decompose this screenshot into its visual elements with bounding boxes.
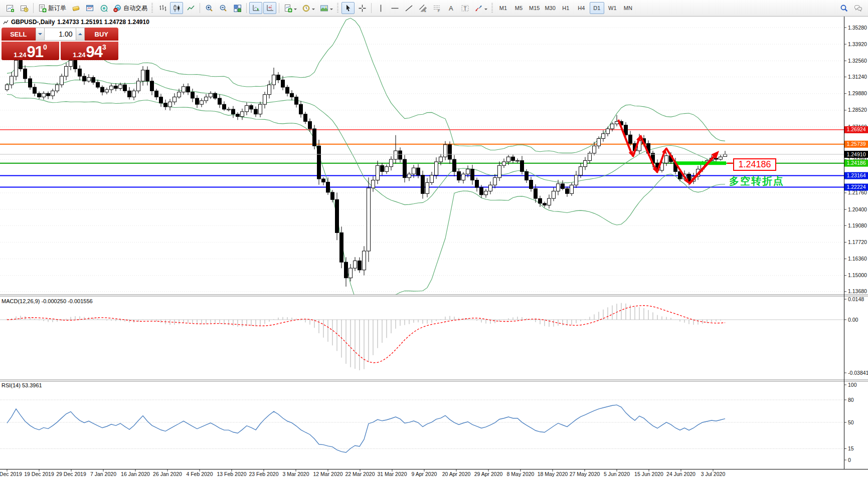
zoom-in-button[interactable] — [203, 2, 216, 14]
svg-text:1.17720: 1.17720 — [848, 239, 867, 245]
toolbar-grip[interactable] — [151, 3, 153, 13]
tab-timeframe-mn[interactable]: MN — [621, 2, 635, 14]
svg-text:1.22224: 1.22224 — [847, 184, 866, 190]
svg-text:100: 100 — [848, 382, 857, 388]
buy-price-prefix: 1.24 — [73, 51, 85, 59]
svg-text:1.26924: 1.26924 — [847, 126, 866, 132]
svg-text:0.00: 0.00 — [848, 317, 858, 323]
new-order-button[interactable]: 新订单 — [36, 2, 68, 14]
annotation-text[interactable]: 多空转折点 — [729, 174, 784, 188]
svg-text:1.13680: 1.13680 — [848, 288, 867, 294]
bar-chart-type-button[interactable] — [156, 2, 169, 14]
sell-price-prefix: 1.24 — [14, 51, 26, 59]
auto-scroll-button[interactable] — [249, 2, 262, 14]
text-label-tool-button[interactable]: T — [458, 2, 471, 14]
buy-price-display[interactable]: 1.24 94 3 — [61, 42, 118, 60]
equidistant-channel-tool-button[interactable]: E — [416, 2, 429, 14]
svg-text:18 May 2020: 18 May 2020 — [538, 471, 568, 477]
svg-text:1.32560: 1.32560 — [848, 58, 867, 64]
tab-timeframe-m5[interactable]: M5 — [511, 2, 526, 14]
tab-timeframe-h4[interactable]: H4 — [574, 2, 589, 14]
trendline-tool-button[interactable] — [402, 2, 415, 14]
svg-text:29 Dec 2019: 29 Dec 2019 — [56, 471, 86, 477]
svg-text:24 Jun 2020: 24 Jun 2020 — [666, 471, 696, 477]
svg-text:0: 0 — [848, 457, 851, 463]
svg-text:80: 80 — [848, 397, 854, 403]
svg-text:A: A — [449, 5, 453, 12]
tab-timeframe-m15[interactable]: M15 — [527, 2, 542, 14]
svg-text:3 Mar 2020: 3 Mar 2020 — [282, 471, 309, 477]
svg-text:10 Dec 2019: 10 Dec 2019 — [0, 471, 22, 477]
toolbar: 新订单 自动交易 — [0, 0, 868, 17]
autotrading-label: 自动交易 — [123, 4, 147, 13]
triangle-up-icon — [78, 31, 82, 35]
zoom-out-button[interactable] — [217, 2, 230, 14]
volume-input[interactable] — [45, 28, 76, 41]
svg-text:1.29880: 1.29880 — [848, 90, 867, 96]
svg-text:-0.038415: -0.038415 — [848, 370, 868, 376]
horizontal-line-tool-button[interactable] — [388, 2, 401, 14]
ohlc-values: 1.24733 1.25191 1.24728 1.24910 — [57, 19, 149, 26]
svg-text:E: E — [424, 9, 426, 12]
search-button[interactable] — [837, 2, 850, 14]
tick-chart-button[interactable] — [69, 2, 82, 14]
tile-windows-button[interactable] — [231, 2, 244, 14]
buy-price-big: 94 — [86, 46, 102, 59]
buy-price-pip: 3 — [102, 43, 106, 51]
chevron-down-icon — [484, 9, 487, 12]
toolbar-separator — [246, 3, 247, 13]
chat-button[interactable] — [851, 2, 864, 14]
toolbar-separator — [200, 3, 200, 13]
chart-shift-button[interactable] — [263, 2, 276, 14]
line-chart-type-button[interactable] — [184, 2, 197, 14]
svg-text:T: T — [463, 6, 466, 11]
vertical-line-tool-button[interactable] — [374, 2, 387, 14]
volume-decrease-button[interactable] — [36, 28, 45, 41]
tab-timeframe-h1[interactable]: H1 — [559, 2, 573, 14]
volume-increase-button[interactable] — [76, 28, 85, 41]
tab-timeframe-w1[interactable]: W1 — [605, 2, 620, 14]
toolbar-grip[interactable] — [337, 3, 338, 13]
toolbar-separator — [33, 3, 34, 13]
tab-timeframe-m1[interactable]: M1 — [496, 2, 510, 14]
sell-button[interactable]: SELL — [2, 28, 36, 41]
fibonacci-tool-button[interactable]: F — [430, 2, 443, 14]
tab-timeframe-m30[interactable]: M30 — [543, 2, 557, 14]
new-chart-button[interactable] — [4, 2, 17, 14]
sell-price-display[interactable]: 1.24 91 0 — [2, 42, 59, 60]
toolbar-grip[interactable] — [491, 3, 493, 13]
sell-price-big: 91 — [27, 46, 43, 59]
chart-canvas[interactable]: 1.352801.339201.325601.312401.298801.285… — [0, 0, 868, 477]
profiles-button[interactable] — [18, 2, 31, 14]
buy-button[interactable]: BUY — [85, 28, 119, 41]
svg-text:19 Dec 2019: 19 Dec 2019 — [24, 471, 54, 477]
svg-text:1.20400: 1.20400 — [848, 206, 867, 212]
svg-text:3 Jul 2020: 3 Jul 2020 — [701, 471, 726, 477]
chart-window-icon — [3, 20, 9, 25]
arrows-tool-button[interactable] — [472, 2, 489, 14]
cursor-tool-button[interactable] — [341, 2, 355, 14]
svg-text:13 Feb 2020: 13 Feb 2020 — [217, 471, 247, 477]
svg-text:8 May 2020: 8 May 2020 — [507, 471, 535, 477]
periods-dropdown-button[interactable] — [300, 2, 317, 14]
data-window-button[interactable] — [97, 2, 110, 14]
templates-dropdown-button[interactable] — [318, 2, 335, 14]
svg-text:1.28520: 1.28520 — [848, 107, 867, 113]
svg-text:1.33920: 1.33920 — [848, 41, 867, 47]
candlestick-chart-type-button[interactable] — [170, 2, 183, 14]
autotrading-button[interactable]: 自动交易 — [111, 2, 149, 14]
crosshair-tool-button[interactable] — [356, 2, 369, 14]
svg-text:27 May 2020: 27 May 2020 — [570, 471, 600, 477]
add-indicator-button[interactable] — [282, 2, 299, 14]
text-tool-button[interactable]: A — [444, 2, 457, 14]
new-order-label: 新订单 — [48, 4, 66, 13]
tab-timeframe-d1[interactable]: D1 — [590, 2, 604, 14]
svg-text:1.23164: 1.23164 — [847, 172, 866, 178]
svg-text:1.31240: 1.31240 — [848, 74, 867, 80]
svg-text:1.15000: 1.15000 — [848, 272, 867, 278]
svg-text:26 Jan 2020: 26 Jan 2020 — [153, 471, 182, 477]
price-callout-label[interactable]: 1.24186 — [733, 158, 776, 171]
market-watch-button[interactable] — [83, 2, 96, 14]
svg-text:50: 50 — [848, 419, 854, 425]
sell-price-pip: 0 — [43, 43, 47, 51]
